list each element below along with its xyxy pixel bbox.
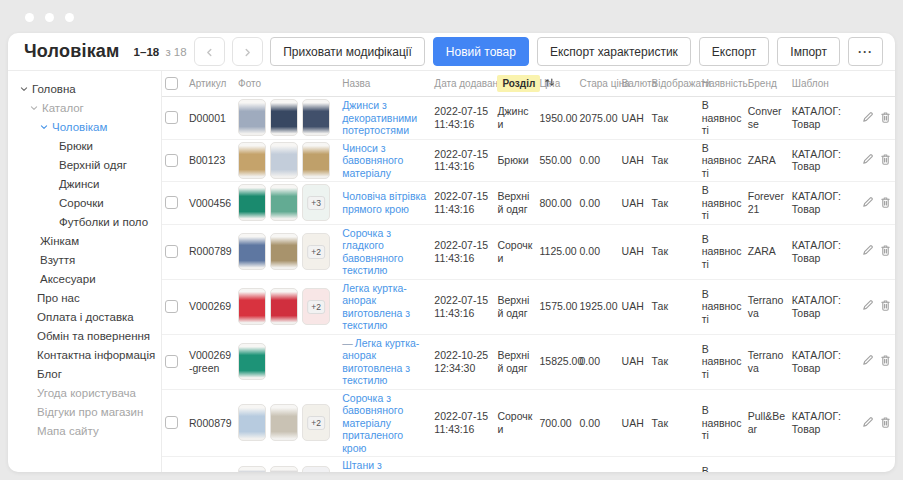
photo-thumbnails: +3 bbox=[238, 184, 336, 221]
product-photo[interactable] bbox=[270, 142, 298, 179]
sidebar-item-label: Взуття bbox=[40, 254, 75, 266]
product-name-link[interactable]: Джинси з декоративними потертостями bbox=[342, 99, 417, 136]
date-added: 2022-07-15 bbox=[434, 410, 491, 423]
export-button[interactable]: Експорт bbox=[699, 37, 769, 66]
sidebar-item-shirts[interactable]: Сорочки bbox=[8, 193, 161, 212]
delete-button[interactable] bbox=[880, 244, 891, 259]
sidebar-item-site-map[interactable]: Мапа сайту bbox=[8, 421, 161, 440]
select-all-checkbox[interactable] bbox=[165, 77, 178, 90]
edit-button[interactable] bbox=[862, 196, 874, 211]
window-dot[interactable] bbox=[45, 13, 54, 22]
product-photo[interactable] bbox=[238, 142, 266, 179]
import-button[interactable]: Імпорт bbox=[777, 37, 840, 66]
product-photo[interactable] bbox=[238, 184, 266, 221]
more-photos-badge[interactable]: +2 bbox=[302, 466, 330, 473]
more-photos-badge[interactable]: +3 bbox=[302, 184, 330, 221]
product-photo[interactable] bbox=[270, 99, 298, 136]
availability-status: В наявності bbox=[702, 404, 742, 441]
product-name-link[interactable]: Легка куртка-анорак виготовлена з тексти… bbox=[342, 282, 410, 332]
column-header: Наявність bbox=[699, 71, 745, 97]
row-checkbox[interactable] bbox=[165, 245, 178, 258]
delete-button[interactable] bbox=[880, 416, 891, 431]
edit-button[interactable] bbox=[862, 153, 874, 168]
product-photo[interactable] bbox=[238, 404, 266, 441]
row-checkbox[interactable] bbox=[165, 154, 178, 167]
sidebar-item-exchange-returns[interactable]: Обмін та повернення bbox=[8, 326, 161, 345]
product-photo[interactable] bbox=[238, 233, 266, 270]
sidebar-item-label: Футболки и поло bbox=[59, 216, 148, 228]
sidebar-item-payment-delivery[interactable]: Оплата і доставка bbox=[8, 307, 161, 326]
more-photos-badge[interactable]: +2 bbox=[302, 233, 330, 270]
product-photo[interactable] bbox=[238, 466, 266, 473]
display-flag: Так bbox=[652, 300, 668, 312]
time-added: 11:43:16 bbox=[434, 160, 491, 173]
sku-value: V000456 bbox=[189, 197, 231, 209]
old-price-value: 0.00 bbox=[580, 245, 600, 257]
product-photo[interactable] bbox=[238, 99, 266, 136]
sidebar-item-outerwear[interactable]: Верхній одяг bbox=[8, 155, 161, 174]
next-page-button[interactable] bbox=[232, 37, 263, 66]
product-name-link[interactable]: Чиноси з бавовняного матеріалу bbox=[342, 142, 403, 179]
product-photo[interactable] bbox=[238, 343, 266, 380]
delete-button[interactable] bbox=[880, 196, 891, 211]
window-dot[interactable] bbox=[65, 13, 74, 22]
sidebar-item-contact-info[interactable]: Контактна інформація bbox=[8, 345, 161, 364]
product-photo[interactable] bbox=[270, 233, 298, 270]
time-added: 11:43:16 bbox=[434, 423, 491, 436]
sidebar-item-men[interactable]: Чоловікам bbox=[8, 117, 161, 136]
product-photo[interactable] bbox=[270, 184, 298, 221]
sidebar-item-trousers[interactable]: Брюки bbox=[8, 136, 161, 155]
availability-status: В наявності bbox=[702, 465, 742, 472]
product-photo[interactable] bbox=[270, 466, 298, 473]
prev-page-button[interactable] bbox=[194, 37, 225, 66]
export-characteristics-button[interactable]: Експорт характеристик bbox=[537, 37, 691, 66]
delete-button[interactable] bbox=[880, 111, 891, 126]
photo-thumbnails: +2 bbox=[238, 466, 336, 473]
edit-button[interactable] bbox=[862, 111, 874, 126]
hide-modifications-button[interactable]: Приховати модифікації bbox=[270, 37, 425, 66]
edit-button[interactable] bbox=[862, 299, 874, 314]
time-added: 11:43:16 bbox=[434, 118, 491, 131]
product-name-link[interactable]: Легка куртка-анорак виготовлена з тексти… bbox=[342, 337, 419, 387]
delete-button[interactable] bbox=[880, 299, 891, 314]
trash-icon bbox=[880, 354, 891, 369]
pencil-icon bbox=[862, 244, 874, 259]
product-photo[interactable] bbox=[302, 99, 330, 136]
edit-button[interactable] bbox=[862, 416, 874, 431]
product-name-link[interactable]: Чоловіча вітрівка прямого крою bbox=[342, 190, 426, 215]
sidebar-item-blog[interactable]: Блог bbox=[8, 364, 161, 383]
column-header-label[interactable]: Розділ bbox=[497, 75, 540, 92]
sidebar-item-tshirts-polo[interactable]: Футболки и поло bbox=[8, 212, 161, 231]
product-photo[interactable] bbox=[270, 404, 298, 441]
edit-button[interactable] bbox=[862, 354, 874, 369]
row-checkbox[interactable] bbox=[165, 111, 178, 124]
product-photo[interactable] bbox=[270, 288, 298, 325]
sidebar-item-accessories[interactable]: Аксесуари bbox=[8, 269, 161, 288]
more-photos-badge[interactable]: +2 bbox=[302, 404, 330, 441]
product-photo[interactable] bbox=[238, 288, 266, 325]
sidebar-item-footwear[interactable]: Взуття bbox=[8, 250, 161, 269]
edit-button[interactable] bbox=[862, 244, 874, 259]
product-name-link[interactable]: Сорочка з гладкого бавовняного текстилю bbox=[342, 227, 403, 277]
sidebar-item-women[interactable]: Жінкам bbox=[8, 231, 161, 250]
sidebar-item-home[interactable]: Головна bbox=[8, 79, 161, 98]
product-name-link[interactable]: Штани з бавовняного матеріалу прямого кр… bbox=[342, 459, 409, 472]
sidebar-item-about-us[interactable]: Про нас bbox=[8, 288, 161, 307]
delete-button[interactable] bbox=[880, 153, 891, 168]
row-checkbox[interactable] bbox=[165, 300, 178, 313]
delete-button[interactable] bbox=[880, 354, 891, 369]
product-name-link[interactable]: Сорочка з бавовняного матеріалу притален… bbox=[342, 392, 403, 454]
product-photo[interactable] bbox=[302, 142, 330, 179]
sidebar-item-jeans[interactable]: Джинси bbox=[8, 174, 161, 193]
sidebar-item-catalog[interactable]: Каталог bbox=[8, 98, 161, 117]
row-checkbox[interactable] bbox=[165, 355, 178, 368]
sidebar-item-user-agreement[interactable]: Угода користувача bbox=[8, 383, 161, 402]
row-checkbox[interactable] bbox=[165, 416, 178, 429]
more-actions-button[interactable]: ··· bbox=[848, 37, 883, 66]
photo-thumbnails bbox=[238, 142, 336, 179]
sidebar-item-store-reviews[interactable]: Відгуки про магазин bbox=[8, 402, 161, 421]
window-dot[interactable] bbox=[25, 13, 34, 22]
more-photos-badge[interactable]: +2 bbox=[302, 288, 330, 325]
row-checkbox[interactable] bbox=[165, 196, 178, 209]
new-product-button[interactable]: Новий товар bbox=[433, 37, 529, 66]
